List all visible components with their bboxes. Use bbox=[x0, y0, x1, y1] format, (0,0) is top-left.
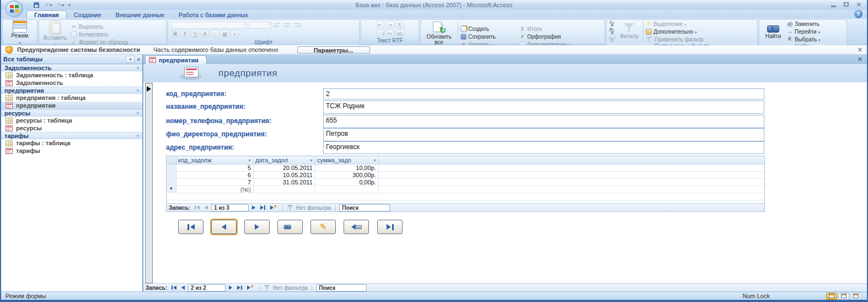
close-document-icon[interactable]: ✕ bbox=[858, 56, 862, 63]
replace-button[interactable]: a͟bЗаменить bbox=[787, 20, 821, 27]
help-icon[interactable]: ? bbox=[854, 10, 862, 18]
italic-button[interactable]: К bbox=[181, 30, 189, 38]
select-button[interactable]: ⇱Выбрать bbox=[787, 36, 821, 43]
sidebar-group-tarify[interactable]: тарифы« bbox=[1, 132, 142, 139]
field-adres-input[interactable]: Георгиевск bbox=[323, 141, 764, 154]
restore-button[interactable] bbox=[844, 2, 849, 7]
bullet-list-button[interactable]: •≡ bbox=[386, 29, 394, 37]
tab-glavnaya[interactable]: Главная bbox=[26, 10, 67, 19]
find-button[interactable]: Найти bbox=[761, 20, 785, 43]
options-button[interactable]: Параметры... bbox=[297, 46, 370, 54]
select-all-cell[interactable] bbox=[167, 156, 176, 164]
spelling-button[interactable]: ✓Орфография bbox=[519, 33, 571, 40]
paste-button[interactable]: Вставить bbox=[41, 20, 69, 48]
selection-filter-button[interactable]: ⚡Выделение bbox=[646, 20, 704, 27]
edit-record-form-button[interactable]: ✎ bbox=[310, 220, 336, 234]
datasheet-view-button[interactable] bbox=[838, 293, 849, 300]
bold-button[interactable]: Ж bbox=[171, 30, 179, 38]
new-record-button[interactable]: * bbox=[245, 284, 255, 292]
filter-button[interactable]: Фильтр bbox=[618, 20, 641, 43]
form-view-button[interactable] bbox=[826, 293, 837, 300]
highlight-button[interactable]: ab bbox=[396, 29, 404, 37]
next-record-button[interactable] bbox=[227, 284, 234, 292]
column-header-summa-zado[interactable]: сумма_задо▼ bbox=[315, 156, 379, 164]
sidebar-item-resursy-form[interactable]: ресурсы bbox=[1, 124, 142, 132]
copy-button[interactable]: Копировать bbox=[71, 31, 128, 38]
font-name-select[interactable] bbox=[171, 22, 247, 29]
previous-record-button[interactable] bbox=[203, 204, 210, 211]
first-record-button[interactable] bbox=[170, 284, 178, 292]
sidebar-item-predpriyatiya-table[interactable]: предприятия : таблица bbox=[1, 94, 142, 102]
last-record-form-button[interactable] bbox=[377, 220, 403, 234]
minimize-button[interactable] bbox=[831, 6, 836, 7]
table-row[interactable]: 5 20.05.2011 10,00р. bbox=[167, 165, 764, 172]
new-record-id-placeholder[interactable]: (№) bbox=[176, 186, 254, 193]
cut-button[interactable]: ✂Вырезать bbox=[71, 23, 128, 30]
next-record-button[interactable] bbox=[250, 204, 257, 211]
font-size-select[interactable] bbox=[249, 22, 271, 29]
new-record-row[interactable]: * (№) bbox=[167, 186, 764, 193]
previous-record-button[interactable] bbox=[180, 284, 186, 292]
numbered-list-button[interactable]: ⋮≡ bbox=[376, 29, 384, 37]
column-dropdown-icon[interactable]: ▼ bbox=[373, 158, 377, 162]
column-header-data-zadol[interactable]: дата_задол▼ bbox=[254, 156, 315, 164]
sidebar-item-predpriyatiya-form[interactable]: предприятия bbox=[1, 102, 142, 109]
goto-button[interactable]: →Перейти bbox=[787, 28, 821, 35]
record-selector-strip[interactable] bbox=[145, 83, 153, 283]
first-record-form-button[interactable] bbox=[178, 220, 203, 234]
last-record-button[interactable] bbox=[259, 204, 267, 211]
direction-button[interactable]: ¶ bbox=[396, 20, 404, 28]
record-position-box[interactable]: 2 из 2 bbox=[188, 284, 226, 292]
decrease-indent-button[interactable]: ⇤ bbox=[376, 20, 384, 28]
exit-form-button[interactable] bbox=[344, 220, 369, 234]
align-right-button[interactable] bbox=[293, 22, 301, 29]
increase-indent-button[interactable]: ⇥ bbox=[386, 20, 394, 28]
tab-rabota-s-bazami[interactable]: Работа с базами данных bbox=[172, 11, 255, 19]
sidebar-group-resursy[interactable]: ресурсы« bbox=[1, 109, 142, 116]
close-warning-icon[interactable]: ✕ bbox=[858, 46, 862, 54]
gridlines-button[interactable]: ▦ bbox=[221, 30, 229, 38]
save-record-button[interactable]: Сохранить bbox=[460, 33, 518, 40]
fill-color-button[interactable]: ◇ bbox=[211, 30, 219, 38]
table-row[interactable]: 6 10.05.2011 300,00р. bbox=[167, 172, 764, 179]
office-button[interactable] bbox=[6, 1, 23, 17]
sidebar-group-zadolzhennost[interactable]: Задолженность« bbox=[1, 64, 142, 71]
alt-row-color-button[interactable]: ≡ bbox=[231, 30, 239, 38]
underline-button[interactable]: Ч bbox=[191, 30, 199, 38]
new-record-button[interactable]: Создать bbox=[460, 25, 518, 32]
sidebar-item-zadolzhennost-table[interactable]: Задолженность : таблица bbox=[1, 71, 142, 79]
field-kod-input[interactable]: 2 bbox=[323, 88, 764, 99]
sort-ascending-button[interactable]: А↓я bbox=[608, 20, 616, 27]
field-fio-direktora-input[interactable]: Петров bbox=[323, 128, 764, 141]
new-record-button[interactable]: * bbox=[269, 204, 278, 211]
font-color-button[interactable]: А bbox=[201, 30, 209, 38]
advanced-filter-button[interactable]: Дополнительно bbox=[646, 28, 704, 35]
clear-sort-button[interactable]: А⤾я bbox=[608, 36, 616, 43]
previous-record-form-button[interactable] bbox=[211, 220, 237, 234]
navigation-pane-menu-button[interactable]: ▼ bbox=[126, 56, 135, 63]
align-left-button[interactable] bbox=[274, 22, 281, 29]
subform-search-input[interactable]: Поиск bbox=[339, 204, 390, 211]
column-dropdown-icon[interactable]: ▼ bbox=[309, 158, 313, 162]
tab-vneshnie-dannye[interactable]: Внешние данные bbox=[108, 11, 171, 19]
design-view-button[interactable] bbox=[850, 293, 861, 300]
column-dropdown-icon[interactable]: ▼ bbox=[248, 158, 251, 162]
column-header-kod-zadolzh[interactable]: код_задолж▼ bbox=[176, 156, 254, 164]
next-record-form-button[interactable] bbox=[244, 220, 270, 234]
find-record-form-button[interactable] bbox=[277, 220, 303, 234]
view-mode-button[interactable]: Режим bbox=[4, 20, 35, 46]
align-center-button[interactable] bbox=[283, 22, 291, 29]
last-record-button[interactable] bbox=[235, 284, 244, 292]
totals-button[interactable]: ΣИтоги bbox=[519, 25, 571, 32]
field-nazvanie-input[interactable]: ТСЖ Родник bbox=[323, 100, 764, 114]
filter-status[interactable]: Нет фильтра bbox=[287, 204, 331, 211]
toggle-filter-button[interactable]: Применить фильтр bbox=[646, 36, 704, 43]
first-record-button[interactable] bbox=[193, 204, 201, 211]
tab-sozdanie[interactable]: Создание bbox=[67, 11, 109, 19]
close-button[interactable]: ✕ bbox=[856, 2, 861, 7]
field-nomer-telefona-input[interactable]: 655 bbox=[323, 115, 764, 128]
sidebar-item-resursy-table[interactable]: ресурсы : таблица bbox=[1, 116, 142, 124]
format-painter-button[interactable]: 🖌Формат по образцу bbox=[71, 39, 128, 45]
sidebar-group-predpriyatiya[interactable]: предприятия« bbox=[1, 87, 142, 94]
form-search-input[interactable]: Поиск bbox=[316, 284, 367, 292]
